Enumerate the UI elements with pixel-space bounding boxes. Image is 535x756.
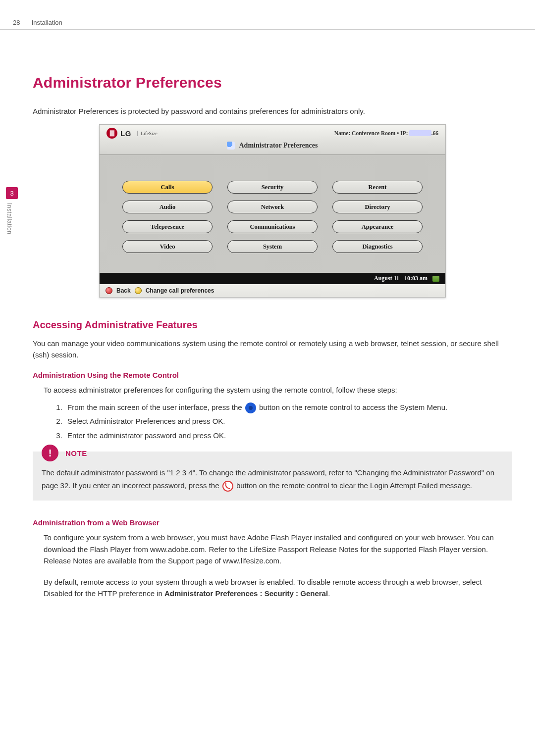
section-name: Installation (32, 19, 62, 26)
back-label: Back (116, 287, 131, 294)
lg-logo-icon: ䷀ (107, 128, 117, 139)
note-text-b: button on the remote control to clear th… (236, 481, 472, 490)
pref-button-recent[interactable]: Recent (332, 181, 423, 194)
screenshot-title: Administrator Preferences (239, 142, 318, 150)
remote-ok-button-icon (245, 403, 256, 413)
status-time: 10:03 am (404, 275, 428, 282)
lg-wordmark: LG (120, 129, 131, 138)
pref-button-security[interactable]: Security (227, 181, 318, 194)
change-label: Change call preferences (146, 287, 214, 294)
lead-paragraph: Administrator Preferences is protected b… (33, 107, 512, 115)
remote-back-button-icon (222, 481, 233, 492)
web-p1: To configure your system from a web brow… (44, 532, 512, 566)
preferences-icon (227, 142, 235, 150)
side-thumb-tab: 3 Installation (6, 187, 19, 234)
running-header: 28 Installation (0, 19, 535, 26)
step-1-a: From the main screen of the user interfa… (67, 403, 244, 411)
ip-redacted: 00 00 00 (409, 130, 431, 136)
pref-button-network[interactable]: Network (227, 201, 318, 213)
step-1-b: button on the remote control to access t… (259, 403, 447, 411)
ip-suffix: .66 (431, 130, 438, 136)
pref-button-audio[interactable]: Audio (122, 201, 213, 213)
subheading-body: You can manage your video communications… (33, 338, 512, 361)
back-button-icon[interactable] (106, 287, 112, 294)
pref-button-communications[interactable]: Communications (227, 220, 318, 233)
screenshot-topbar: ䷀ LG LifeSize Name: Conference Room • IP… (100, 125, 445, 140)
brand-block: ䷀ LG LifeSize (107, 128, 158, 139)
note-label: NOTE (65, 449, 87, 457)
pref-button-system[interactable]: System (227, 240, 318, 253)
admin-pref-screenshot: ䷀ LG LifeSize Name: Conference Room • IP… (99, 124, 446, 298)
remote-control-heading: Administration Using the Remote Control (33, 371, 512, 379)
network-status-icon (432, 276, 439, 282)
system-name: Name: Conference Room (334, 130, 396, 136)
steps-list: From the main screen of the user interfa… (44, 401, 512, 443)
chapter-number-badge: 3 (6, 187, 18, 199)
change-button-icon[interactable] (135, 287, 142, 294)
step-1: From the main screen of the user interfa… (64, 401, 512, 415)
page-number: 28 (13, 19, 30, 26)
screenshot-title-row: Administrator Preferences (100, 140, 445, 155)
screenshot-status-bar: August 11 10:03 am (100, 273, 445, 284)
preferences-grid: CallsSecurityRecentAudioNetworkDirectory… (100, 155, 445, 273)
web-p2-period: . (328, 589, 330, 598)
pref-button-diagnostics[interactable]: Diagnostics (332, 240, 423, 253)
web-browser-heading: Administration from a Web Browser (33, 518, 512, 527)
system-name-ip: Name: Conference Room • IP: 00 00 00.66 (334, 130, 438, 136)
note-callout: ! NOTE The default administrator passwor… (33, 452, 512, 501)
pref-button-video[interactable]: Video (122, 240, 213, 253)
chapter-label-vertical: Installation (6, 203, 13, 234)
web-p2: By default, remote access to your system… (44, 576, 512, 600)
lifesize-wordmark: LifeSize (137, 131, 158, 136)
remote-intro: To access administrator preferences for … (44, 384, 512, 396)
note-body: The default administrator password is "1… (42, 466, 503, 492)
pref-button-telepresence[interactable]: Telepresence (122, 220, 213, 233)
status-date: August 11 (374, 275, 399, 282)
pref-button-directory[interactable]: Directory (332, 201, 423, 213)
note-icon: ! (42, 445, 58, 461)
page-title: Administrator Preferences (33, 74, 512, 91)
step-3: Enter the administrator password and pre… (64, 429, 512, 443)
web-p2-bold-path: Administrator Preferences : Security : G… (164, 589, 328, 598)
ip-label: IP: (400, 130, 408, 136)
pref-button-calls[interactable]: Calls (122, 181, 213, 194)
subheading-accessing: Accessing Administrative Features (33, 319, 512, 331)
screenshot-footer-bar: Back Change call preferences (100, 284, 445, 297)
pref-button-appearance[interactable]: Appearance (332, 220, 423, 233)
step-2: Select Administrator Preferences and pre… (64, 414, 512, 429)
